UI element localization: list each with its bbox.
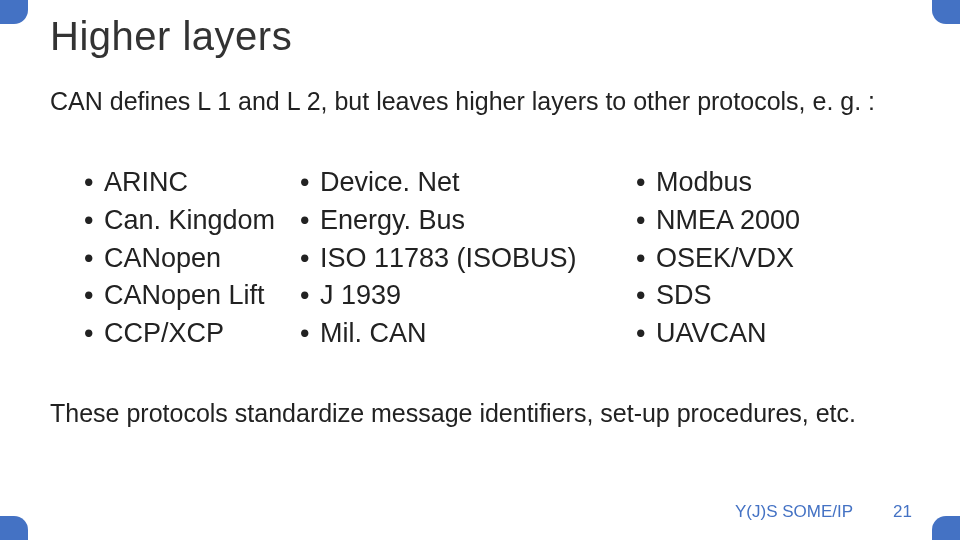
list-item: SDS <box>636 277 800 315</box>
list-item: NMEA 2000 <box>636 202 800 240</box>
list-item: CANopen <box>84 240 294 278</box>
protocol-column-2: Device. Net Energy. Bus ISO 11783 (ISOBU… <box>300 164 630 353</box>
corner-decoration-tr <box>932 0 960 24</box>
list-item: ISO 11783 (ISOBUS) <box>300 240 630 278</box>
list-item: Energy. Bus <box>300 202 630 240</box>
list-item: Mil. CAN <box>300 315 630 353</box>
list-item: Can. Kingdom <box>84 202 294 240</box>
list-item: J 1939 <box>300 277 630 315</box>
list-item: Device. Net <box>300 164 630 202</box>
list-item: CANopen Lift <box>84 277 294 315</box>
page-number: 21 <box>893 502 912 522</box>
protocol-column-1: ARINC Can. Kingdom CANopen CANopen Lift … <box>84 164 294 353</box>
list-item: ARINC <box>84 164 294 202</box>
protocol-column-3: Modbus NMEA 2000 OSEK/VDX SDS UAVCAN <box>636 164 800 353</box>
slide-footer: Y(J)S SOME/IP 21 <box>735 502 912 522</box>
protocol-columns: ARINC Can. Kingdom CANopen CANopen Lift … <box>50 164 910 353</box>
intro-text: CAN defines L 1 and L 2, but leaves high… <box>50 87 910 116</box>
footer-source: Y(J)S SOME/IP <box>735 502 853 522</box>
list-item: OSEK/VDX <box>636 240 800 278</box>
outro-text: These protocols standardize message iden… <box>50 399 910 428</box>
list-item: UAVCAN <box>636 315 800 353</box>
list-item: CCP/XCP <box>84 315 294 353</box>
slide-body: Higher layers CAN defines L 1 and L 2, b… <box>0 0 960 428</box>
corner-decoration-bl <box>0 516 28 540</box>
slide-title: Higher layers <box>50 14 910 59</box>
list-item: Modbus <box>636 164 800 202</box>
corner-decoration-br <box>932 516 960 540</box>
